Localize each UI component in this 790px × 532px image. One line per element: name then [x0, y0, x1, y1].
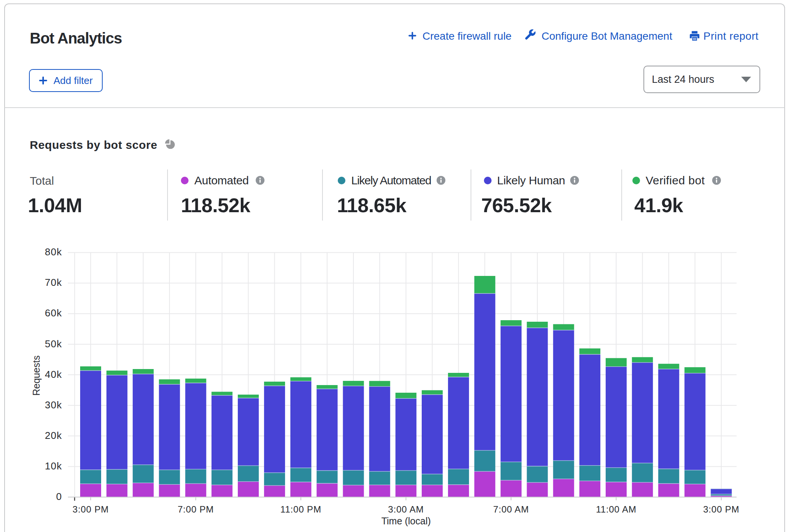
svg-text:60k: 60k [45, 307, 62, 319]
svg-text:30k: 30k [45, 399, 62, 411]
svg-text:3:00 PM: 3:00 PM [703, 504, 739, 514]
svg-text:0: 0 [56, 491, 62, 502]
svg-text:7:00 AM: 7:00 AM [493, 504, 529, 514]
svg-text:50k: 50k [45, 338, 62, 350]
svg-text:20k: 20k [45, 430, 62, 441]
svg-text:7:00 PM: 7:00 PM [177, 504, 214, 514]
svg-text:3:00 PM: 3:00 PM [73, 504, 109, 514]
svg-text:70k: 70k [45, 277, 62, 288]
svg-text:40k: 40k [45, 369, 62, 380]
svg-text:80k: 80k [45, 246, 62, 258]
svg-text:Requests: Requests [31, 355, 42, 396]
svg-text:Time (local): Time (local) [381, 516, 431, 526]
svg-text:11:00 AM: 11:00 AM [596, 504, 636, 514]
svg-text:10k: 10k [45, 460, 62, 472]
svg-text:11:00 PM: 11:00 PM [281, 504, 321, 514]
svg-text:3:00 AM: 3:00 AM [388, 504, 424, 514]
